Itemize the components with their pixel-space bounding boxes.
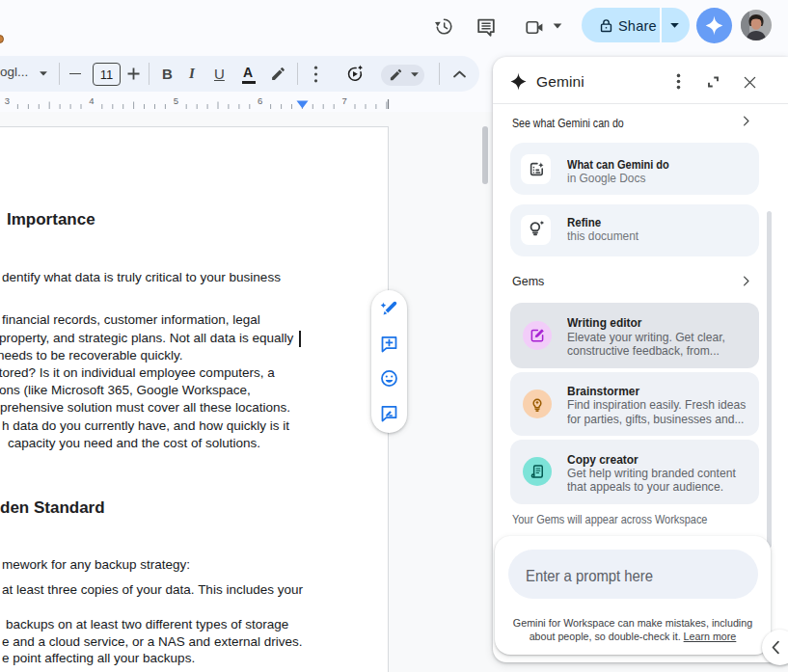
svg-text:6: 6 xyxy=(258,95,262,106)
svg-text:4: 4 xyxy=(89,95,94,106)
svg-text:5: 5 xyxy=(174,95,178,106)
svg-text:7: 7 xyxy=(341,95,346,106)
svg-text:3: 3 xyxy=(5,95,10,106)
